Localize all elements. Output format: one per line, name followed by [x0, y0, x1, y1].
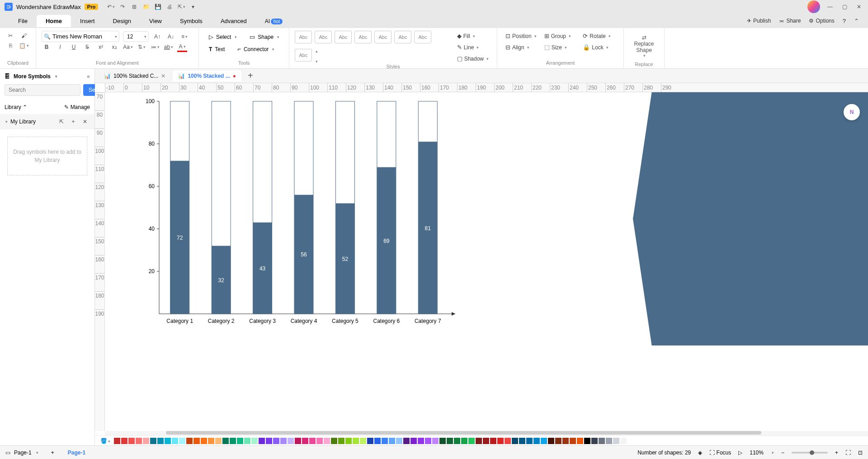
menu-view[interactable]: View [140, 15, 171, 27]
horizontal-scrollbar[interactable] [105, 431, 868, 435]
color-swatch[interactable] [165, 438, 171, 444]
color-swatch[interactable] [172, 438, 178, 444]
manage-button[interactable]: ✎ Manage [64, 104, 90, 110]
bold-button[interactable]: B [42, 42, 52, 52]
style-preset[interactable]: Abc [354, 31, 372, 43]
color-swatch[interactable] [541, 438, 547, 444]
help-button[interactable]: ? [843, 18, 846, 24]
share-button[interactable]: ⫘Share [779, 18, 801, 24]
color-swatch[interactable] [584, 438, 590, 444]
style-gallery[interactable]: Abc Abc Abc Abc Abc Abc Abc Abc ▴▾ [295, 31, 450, 64]
font-family-select[interactable] [51, 31, 114, 42]
color-swatch[interactable] [237, 438, 243, 444]
menu-symbols[interactable]: Symbols [171, 15, 212, 27]
menu-ai[interactable]: AIhot [256, 15, 292, 27]
copy-button[interactable]: ⎘ [5, 41, 15, 51]
font-color-button[interactable]: A▾ [177, 42, 187, 52]
color-swatch[interactable] [316, 438, 323, 444]
color-swatch[interactable] [302, 438, 308, 444]
open-button[interactable]: 📁 [142, 2, 151, 11]
decorative-arrow-shape[interactable] [633, 92, 868, 345]
color-swatch[interactable] [382, 438, 388, 444]
replace-shape-button[interactable]: ⇄ Replace Shape▾ [629, 31, 659, 62]
color-swatch[interactable] [403, 438, 410, 444]
color-swatch[interactable] [396, 438, 402, 444]
color-swatch[interactable] [577, 438, 583, 444]
color-swatch[interactable] [230, 438, 236, 444]
color-swatch[interactable] [505, 438, 511, 444]
export-lib-button[interactable]: ⇱ [57, 117, 66, 127]
color-swatch[interactable] [533, 438, 540, 444]
color-swatch[interactable] [454, 438, 460, 444]
size-button[interactable]: ⬚ Size▾ [542, 42, 580, 52]
color-swatch[interactable] [512, 438, 518, 444]
menu-home[interactable]: Home [37, 15, 71, 27]
menu-advanced[interactable]: Advanced [212, 15, 256, 27]
print-button[interactable]: 🖨 [165, 2, 174, 11]
fill-bucket-icon[interactable]: 🪣▾ [100, 438, 110, 444]
style-preset[interactable]: Abc [414, 31, 431, 43]
color-swatch[interactable] [483, 438, 489, 444]
align-button[interactable]: ⊟ Align▾ [503, 42, 541, 52]
paste-button[interactable]: 📋▾ [19, 41, 29, 51]
color-swatch[interactable] [266, 438, 272, 444]
color-swatch[interactable] [215, 438, 222, 444]
color-swatch[interactable] [613, 438, 619, 444]
close-tab-icon[interactable]: ✕ [161, 73, 165, 79]
style-preset[interactable]: Abc [315, 31, 332, 43]
style-preset[interactable]: Abc [295, 49, 312, 62]
color-swatch[interactable] [128, 438, 135, 444]
menu-design[interactable]: Design [104, 15, 140, 27]
save-button[interactable]: 💾 [153, 2, 162, 11]
close-lib-button[interactable]: ✕ [80, 117, 90, 127]
color-swatch[interactable] [360, 438, 366, 444]
font-size-select[interactable] [125, 32, 143, 42]
color-swatch[interactable] [179, 438, 185, 444]
page-tab[interactable]: Page-1 [61, 448, 93, 458]
case-button[interactable]: Aa▾ [123, 42, 133, 52]
color-swatch[interactable] [259, 438, 265, 444]
menu-insert[interactable]: Insert [71, 15, 104, 27]
color-swatch[interactable] [620, 438, 627, 444]
color-swatch[interactable] [186, 438, 193, 444]
bullet-button[interactable]: ≔▾ [150, 42, 160, 52]
publish-button[interactable]: ✈Publish [747, 18, 771, 24]
format-painter-button[interactable]: 🖌 [19, 31, 29, 41]
italic-button[interactable]: I [55, 42, 65, 52]
bar-chart[interactable]: 2040608010072Category 132Category 243Cat… [132, 97, 458, 350]
select-tool[interactable]: ▷ Select▾ [204, 31, 241, 43]
color-swatch[interactable] [432, 438, 439, 444]
add-page-button[interactable]: + [51, 450, 54, 456]
doc-tab-1[interactable]: 📊 100% Stacked C... ✕ [99, 71, 171, 81]
new-button[interactable]: ⊞ [130, 2, 139, 11]
color-swatch[interactable] [374, 438, 381, 444]
position-button[interactable]: ⊡ Position▾ [503, 31, 541, 41]
zoom-slider[interactable] [792, 452, 828, 454]
color-swatch[interactable] [244, 438, 250, 444]
color-swatch[interactable] [331, 438, 337, 444]
decrease-font-button[interactable]: A↓ [166, 32, 176, 42]
color-swatch[interactable] [548, 438, 554, 444]
canvas[interactable]: N 2040608010072Category 132Category 243C… [105, 92, 868, 431]
user-avatar[interactable] [807, 0, 820, 13]
color-swatch[interactable] [367, 438, 373, 444]
color-swatch[interactable] [490, 438, 496, 444]
zoom-out-button[interactable]: − [781, 450, 784, 456]
align-para-button[interactable]: ≡▾ [179, 32, 189, 42]
undo-button[interactable]: ↶▾ [106, 2, 115, 11]
color-swatch[interactable] [338, 438, 344, 444]
library-drop-zone[interactable]: Drag symbols here to add to My Library [7, 137, 87, 175]
doc-tab-2[interactable]: 📊 100% Stacked ... ● [173, 71, 241, 81]
color-swatch[interactable] [288, 438, 294, 444]
strike-button[interactable]: S̶ [82, 42, 92, 52]
underline-button[interactable]: U [69, 42, 79, 52]
subscript-button[interactable]: x₂ [109, 42, 119, 52]
color-swatch[interactable] [324, 438, 330, 444]
color-swatch[interactable] [425, 438, 431, 444]
minimize-button[interactable]: — [826, 2, 835, 11]
color-swatch[interactable] [121, 438, 127, 444]
layers-icon[interactable]: ◈ [698, 450, 702, 456]
zoom-in-button[interactable]: + [835, 450, 838, 456]
color-swatch[interactable] [193, 438, 200, 444]
color-swatch[interactable] [497, 438, 504, 444]
